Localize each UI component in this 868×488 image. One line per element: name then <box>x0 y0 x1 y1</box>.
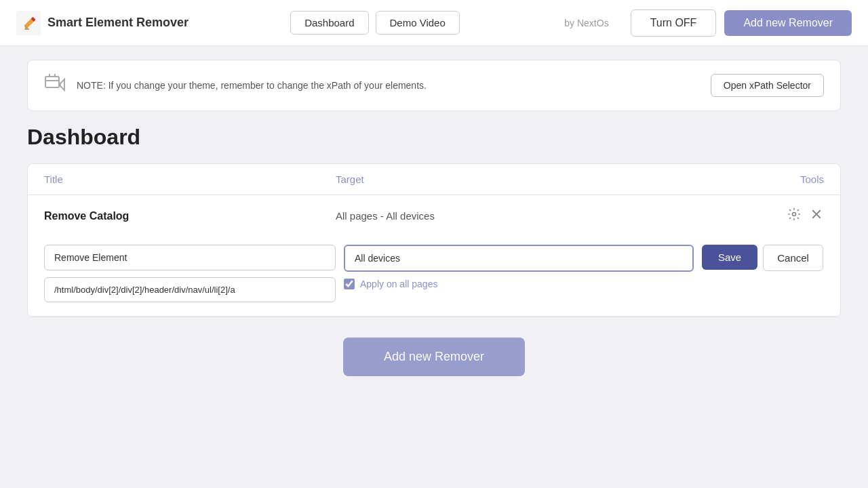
table-row: Remove Catalog All pages - All devices <box>28 195 840 317</box>
main-content: Dashboard Title Target Tools Remove Cata… <box>0 125 868 376</box>
removers-table: Title Target Tools Remove Catalog All pa… <box>27 163 841 317</box>
row-name: Remove Catalog <box>44 210 336 222</box>
save-button[interactable]: Save <box>702 245 757 270</box>
app-title: Smart Element Remover <box>47 16 189 30</box>
edit-right-fields: Apply on all pages <box>344 245 694 289</box>
col-header-title: Title <box>44 174 336 185</box>
svg-point-8 <box>793 213 796 216</box>
apply-all-pages-checkbox[interactable] <box>344 279 355 289</box>
edit-left-fields <box>44 245 336 302</box>
delete-icon-button[interactable] <box>809 207 824 225</box>
svg-rect-4 <box>45 77 59 87</box>
row-tools <box>770 206 824 226</box>
close-icon <box>810 208 823 220</box>
dashboard-title: Dashboard <box>27 125 841 150</box>
header: Smart Element Remover Dashboard Demo Vid… <box>0 0 868 46</box>
add-remover-bottom-area: Add new Remover <box>27 338 841 376</box>
header-nav: Dashboard Demo Video <box>290 11 564 35</box>
settings-icon-button[interactable] <box>786 206 802 226</box>
add-remover-header-button[interactable]: Add new Remover <box>724 10 852 36</box>
remove-element-name-input[interactable] <box>44 245 336 270</box>
brand-text: by NextOs <box>564 18 608 28</box>
row-target: All pages - All devices <box>336 210 770 222</box>
turn-off-button[interactable]: Turn OFF <box>631 9 717 37</box>
app-logo-icon <box>16 11 41 35</box>
notice-icon <box>44 73 66 98</box>
apply-all-pages-row: Apply on all pages <box>344 279 694 289</box>
app-logo-area: Smart Element Remover <box>16 11 290 35</box>
dashboard-nav-btn[interactable]: Dashboard <box>290 11 368 35</box>
gear-icon <box>787 207 801 221</box>
col-header-target: Target <box>336 174 770 185</box>
edit-actions: Save Cancel <box>702 245 824 271</box>
notice-text: NOTE: If you change your theme, remember… <box>77 80 700 91</box>
notice-bar: NOTE: If you change your theme, remember… <box>27 60 841 111</box>
edit-form: Apply on all pages Save Cancel <box>28 237 840 316</box>
row-main: Remove Catalog All pages - All devices <box>28 195 840 237</box>
apply-all-pages-label[interactable]: Apply on all pages <box>360 279 437 289</box>
cancel-button[interactable]: Cancel <box>763 245 823 271</box>
header-right: by NextOs Turn OFF Add new Remover <box>564 9 852 37</box>
add-remover-bottom-button[interactable]: Add new Remover <box>343 338 525 376</box>
devices-input[interactable] <box>344 245 694 272</box>
open-xpath-selector-button[interactable]: Open xPath Selector <box>711 74 824 97</box>
demo-video-nav-btn[interactable]: Demo Video <box>376 11 460 35</box>
col-header-tools: Tools <box>770 174 824 185</box>
table-header: Title Target Tools <box>28 164 840 195</box>
xpath-input[interactable] <box>44 277 336 302</box>
